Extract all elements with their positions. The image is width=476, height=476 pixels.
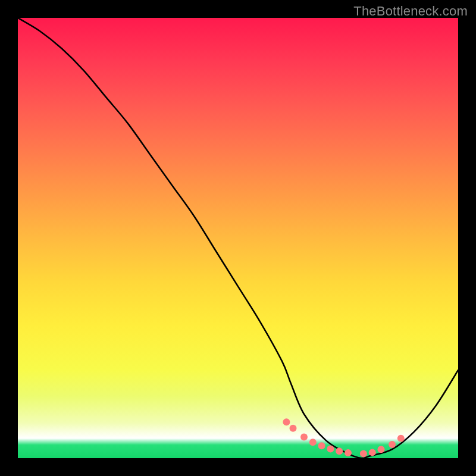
marker-dot <box>389 441 396 448</box>
marker-dot <box>345 449 352 456</box>
chart-stage: TheBottleneck.com <box>0 0 476 476</box>
marker-dot <box>369 449 376 456</box>
marker-dot <box>300 433 308 440</box>
marker-dot <box>327 445 334 452</box>
marker-dot <box>309 439 317 446</box>
marker-dot <box>318 442 325 449</box>
marker-dot <box>378 446 385 453</box>
marker-dot <box>283 418 290 425</box>
watermark-credit: TheBottleneck.com <box>353 4 468 19</box>
marker-dot <box>290 425 297 432</box>
bottleneck-curve <box>18 18 458 458</box>
marker-dot <box>397 435 405 442</box>
marker-dot <box>336 447 343 455</box>
plot-area <box>18 18 458 458</box>
marker-dot <box>360 450 367 458</box>
chart-svg <box>18 18 458 458</box>
